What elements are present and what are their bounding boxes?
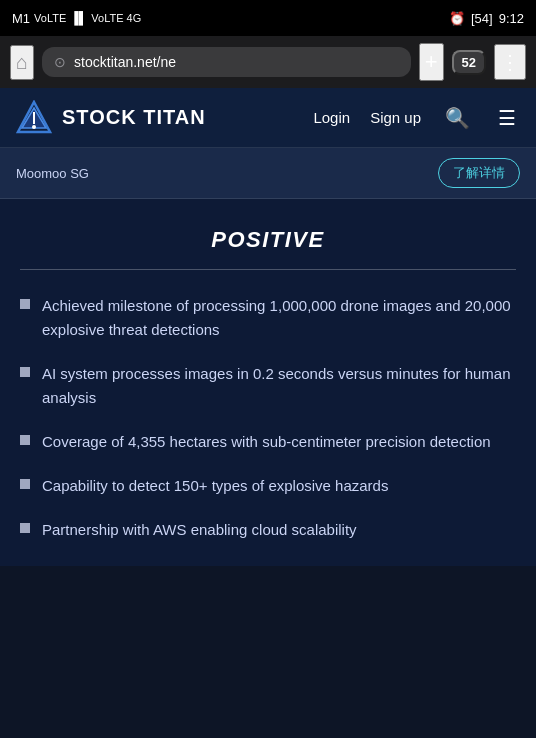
bullet-text: Partnership with AWS enabling cloud scal… bbox=[42, 518, 357, 542]
logo-icon bbox=[16, 100, 52, 136]
bullet-icon bbox=[20, 367, 30, 377]
navbar: STOCK TITAN Login Sign up 🔍 ☰ bbox=[0, 88, 536, 148]
battery-label: [54] bbox=[471, 11, 493, 26]
navbar-links: Login Sign up 🔍 ☰ bbox=[313, 102, 520, 134]
bullet-text: AI system processes images in 0.2 second… bbox=[42, 362, 516, 410]
list-item: Capability to detect 150+ types of explo… bbox=[20, 474, 516, 498]
url-text: stocktitan.net/ne bbox=[74, 54, 176, 70]
navbar-brand-text: STOCK TITAN bbox=[62, 106, 206, 129]
status-bar: M1 VoLTE ▐▌ VoLTE 4G ⏰ [54] 9:12 bbox=[0, 0, 536, 36]
login-link[interactable]: Login bbox=[313, 109, 350, 126]
browser-more-button[interactable]: ⋮ bbox=[494, 44, 526, 80]
bullet-list: Achieved milestone of processing 1,000,0… bbox=[20, 294, 516, 542]
ad-text: Moomoo SG bbox=[16, 166, 89, 181]
list-item: AI system processes images in 0.2 second… bbox=[20, 362, 516, 410]
network-label: VoLTE bbox=[34, 12, 66, 24]
status-right: ⏰ [54] 9:12 bbox=[449, 11, 524, 26]
bullet-text: Capability to detect 150+ types of explo… bbox=[42, 474, 388, 498]
bullet-text: Coverage of 4,355 hectares with sub-cent… bbox=[42, 430, 491, 454]
carrier-label: M1 bbox=[12, 11, 30, 26]
signal-icon: ▐▌ bbox=[70, 11, 87, 25]
browser-home-button[interactable]: ⌂ bbox=[10, 45, 34, 80]
network-type-label: VoLTE 4G bbox=[91, 12, 141, 24]
bullet-text: Achieved milestone of processing 1,000,0… bbox=[42, 294, 516, 342]
bullet-icon bbox=[20, 299, 30, 309]
section-title: Positive bbox=[20, 227, 516, 253]
menu-icon[interactable]: ☰ bbox=[494, 102, 520, 134]
browser-chrome: ⌂ ⊙ stocktitan.net/ne + 52 ⋮ bbox=[0, 36, 536, 88]
bullet-icon bbox=[20, 435, 30, 445]
list-item: Achieved milestone of processing 1,000,0… bbox=[20, 294, 516, 342]
bullet-icon bbox=[20, 479, 30, 489]
browser-url-bar[interactable]: ⊙ stocktitan.net/ne bbox=[42, 47, 411, 77]
positive-section: Positive Achieved milestone of processin… bbox=[0, 199, 536, 566]
add-tab-button[interactable]: + bbox=[419, 43, 444, 81]
list-item: Partnership with AWS enabling cloud scal… bbox=[20, 518, 516, 542]
tabs-count-button[interactable]: 52 bbox=[452, 50, 486, 75]
time-label: 9:12 bbox=[499, 11, 524, 26]
url-security-icon: ⊙ bbox=[54, 54, 66, 70]
browser-actions: + 52 ⋮ bbox=[419, 43, 526, 81]
list-item: Coverage of 4,355 hectares with sub-cent… bbox=[20, 430, 516, 454]
section-divider bbox=[20, 269, 516, 270]
signup-link[interactable]: Sign up bbox=[370, 109, 421, 126]
home-icon: ⌂ bbox=[16, 51, 28, 73]
alarm-icon: ⏰ bbox=[449, 11, 465, 26]
status-left: M1 VoLTE ▐▌ VoLTE 4G bbox=[12, 11, 141, 26]
bullet-icon bbox=[20, 523, 30, 533]
search-icon[interactable]: 🔍 bbox=[441, 102, 474, 134]
navbar-logo: STOCK TITAN bbox=[16, 100, 313, 136]
ad-banner: Moomoo SG 了解详情 bbox=[0, 148, 536, 199]
svg-point-3 bbox=[32, 125, 36, 129]
ad-cta-button[interactable]: 了解详情 bbox=[438, 158, 520, 188]
